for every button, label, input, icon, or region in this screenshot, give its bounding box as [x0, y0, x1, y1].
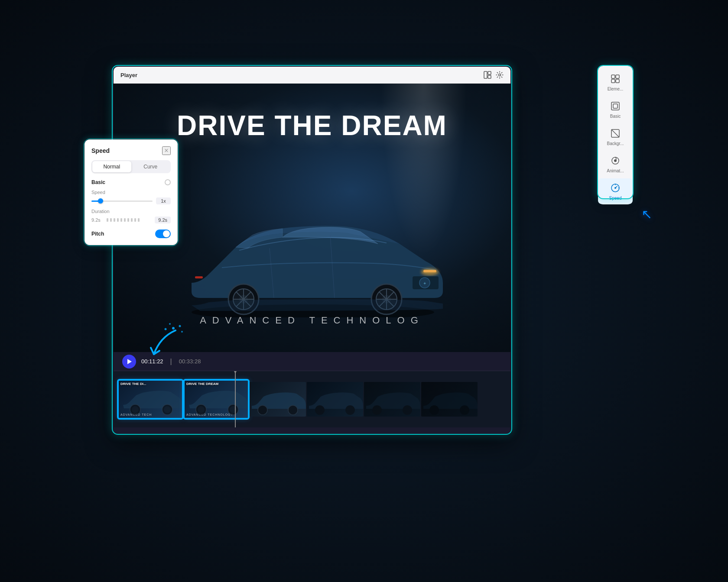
player-title: Player — [120, 72, 137, 78]
basic-radio[interactable] — [165, 179, 171, 185]
dur-m6 — [124, 218, 126, 222]
panel-close-button[interactable]: × — [162, 146, 171, 155]
svg-point-35 — [315, 405, 325, 415]
svg-rect-1 — [488, 71, 491, 74]
svg-point-26 — [132, 406, 139, 413]
basic-icon — [609, 100, 621, 112]
animate-icon — [609, 155, 621, 167]
sidebar-item-basic[interactable]: Basic — [598, 97, 633, 122]
svg-text:✦: ✦ — [423, 281, 426, 286]
video-subtitle: ADVANCED TECHNOLOG — [200, 315, 424, 326]
dur-m7 — [127, 218, 129, 222]
tab-group: Normal Curve — [91, 160, 171, 173]
svg-rect-0 — [484, 71, 487, 78]
speed-slider-track[interactable] — [91, 200, 153, 202]
svg-point-34 — [288, 405, 298, 415]
pitch-row: Pitch — [91, 230, 171, 238]
background-label: Backgr... — [607, 141, 624, 146]
tab-normal[interactable]: Normal — [92, 161, 131, 172]
svg-point-30 — [198, 406, 205, 413]
panel-header: Speed × — [91, 146, 171, 155]
svg-point-40 — [460, 405, 469, 415]
svg-point-39 — [429, 405, 439, 415]
svg-point-28 — [164, 406, 171, 413]
svg-rect-7 — [195, 276, 203, 278]
thumbnails-row: DRIVE THE DI... ADVANCED TECH DRIVE THE … — [114, 371, 510, 427]
speed-slider-row: 1x — [91, 197, 171, 204]
svg-rect-6 — [423, 270, 436, 272]
background-icon — [609, 127, 621, 139]
sidebar-item-background[interactable]: Backgr... — [598, 124, 633, 149]
pitch-toggle[interactable] — [155, 230, 171, 238]
play-button[interactable] — [122, 355, 136, 369]
thumbnail-3[interactable] — [250, 382, 306, 417]
car-visual: ✦ — [157, 196, 467, 309]
speed-field-label: Speed — [91, 190, 171, 195]
dur-m5 — [120, 218, 122, 222]
basic-section-row: Basic — [91, 179, 171, 185]
dur-m4 — [117, 218, 119, 222]
pitch-label: Pitch — [91, 231, 104, 237]
sidebar-item-speed[interactable]: Speed ↖ — [598, 178, 633, 204]
current-time: 00:11:22 — [141, 358, 163, 365]
duration-end: 9.2s — [155, 217, 171, 223]
svg-rect-42 — [616, 75, 619, 78]
player-titlebar: Player — [114, 67, 510, 84]
thumbnail-6[interactable] — [421, 382, 478, 417]
svg-rect-46 — [613, 104, 618, 108]
thumbnail-5[interactable] — [364, 382, 420, 417]
dur-m8 — [131, 218, 133, 222]
video-headline: DRIVE THE DREAM — [177, 110, 447, 142]
svg-line-48 — [611, 129, 619, 137]
dur-m9 — [134, 218, 136, 222]
svg-rect-43 — [611, 79, 615, 83]
sidebar-item-animate[interactable]: Animat... — [598, 151, 633, 177]
total-time: 00:33:28 — [179, 358, 201, 365]
titlebar-icons — [484, 71, 504, 79]
duration-start: 9.2s — [91, 217, 104, 223]
layout-icon[interactable] — [484, 71, 491, 79]
dur-m1 — [107, 218, 108, 222]
duration-field: Duration 9.2s 9.2s — [91, 209, 171, 223]
thumbnail-4[interactable] — [307, 382, 363, 417]
playhead — [235, 371, 236, 427]
speed-slider-thumb[interactable] — [98, 198, 103, 204]
playback-controls: 00:11:22 | 00:33:28 — [114, 352, 510, 371]
panel-title: Speed — [91, 147, 110, 154]
dur-m2 — [110, 218, 112, 222]
svg-rect-41 — [611, 75, 615, 78]
speed-panel: Speed × Normal Curve Basic Speed 1x — [84, 139, 178, 245]
dur-m3 — [114, 218, 115, 222]
svg-rect-45 — [611, 102, 619, 110]
svg-rect-2 — [488, 75, 491, 78]
duration-field-label: Duration — [91, 209, 171, 214]
svg-point-33 — [258, 405, 267, 415]
settings-icon[interactable] — [496, 71, 504, 79]
elements-label: Eleme... — [608, 87, 624, 91]
svg-point-3 — [499, 74, 501, 76]
elements-icon — [609, 73, 621, 85]
svg-point-37 — [372, 405, 382, 415]
tab-curve[interactable]: Curve — [131, 161, 170, 172]
speed-field: Speed 1x — [91, 190, 171, 204]
sidebar-item-elements[interactable]: Eleme... — [598, 69, 633, 95]
time-separator: | — [170, 358, 172, 365]
speed-icon — [609, 182, 621, 194]
svg-point-36 — [345, 405, 355, 415]
animate-label: Animat... — [607, 168, 624, 173]
svg-point-38 — [403, 405, 412, 415]
thumbnail-1[interactable]: DRIVE THE DI... ADVANCED TECH — [118, 380, 183, 419]
speed-label: Speed — [609, 196, 622, 200]
right-sidebar: Eleme... Basic Backgr... — [598, 66, 633, 204]
duration-row: 9.2s 9.2s — [91, 217, 171, 223]
duration-markers — [106, 218, 152, 222]
basic-label: Basic — [610, 114, 621, 119]
svg-rect-44 — [616, 79, 619, 83]
player-window: Player — [113, 66, 511, 434]
speed-value: 1x — [156, 197, 171, 204]
basic-section-label: Basic — [91, 179, 105, 185]
thumbnail-2[interactable]: DRIVE THE DREAM ADVANCED TECHNOLOGY — [184, 380, 249, 419]
dur-m10 — [138, 218, 140, 222]
